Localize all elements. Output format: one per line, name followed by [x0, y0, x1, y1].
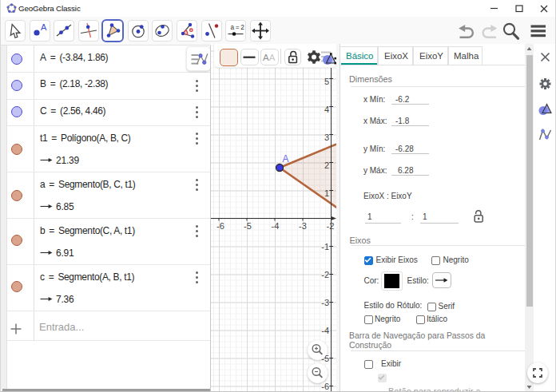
svg-text:-3: -3	[299, 221, 307, 231]
svg-text:-1: -1	[321, 242, 329, 251]
svg-text:-3: -3	[321, 298, 329, 307]
svg-text:A: A	[269, 53, 276, 62]
svg-text:-4: -4	[272, 221, 280, 231]
svg-text:a = 2: a = 2	[231, 24, 245, 31]
svg-text:-2: -2	[321, 270, 329, 279]
svg-text:2: 2	[324, 160, 329, 170]
svg-text:-4: -4	[321, 326, 329, 335]
svg-text:A: A	[283, 153, 289, 164]
svg-text:1: 1	[324, 188, 329, 198]
svg-text:-5: -5	[244, 221, 252, 231]
svg-text:5: 5	[324, 77, 329, 86]
svg-text:-6: -6	[216, 221, 224, 231]
svg-text:4: 4	[324, 105, 329, 114]
svg-text:-2: -2	[327, 221, 335, 231]
svg-text:3: 3	[324, 133, 329, 142]
svg-text:A: A	[41, 22, 47, 32]
